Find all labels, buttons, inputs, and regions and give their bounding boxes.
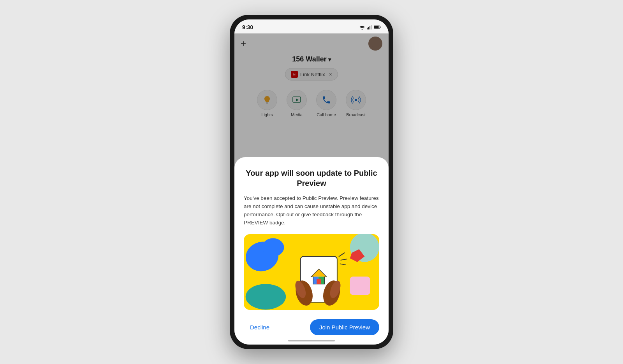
wifi-icon (359, 25, 365, 30)
svg-rect-2 (368, 27, 369, 29)
app-content: + 156 Waller ▾ (234, 33, 389, 345)
sheet-body: You've been accepted to Public Preview. … (244, 194, 379, 227)
svg-point-20 (246, 284, 286, 310)
svg-rect-7 (374, 26, 379, 28)
signal-icon (367, 25, 372, 30)
illustration (244, 234, 379, 310)
svg-rect-1 (367, 28, 368, 29)
phone-frame: 9:30 (230, 15, 393, 349)
svg-point-0 (362, 29, 363, 30)
phone-screen: 9:30 (234, 19, 389, 345)
svg-rect-19 (350, 276, 370, 295)
svg-rect-26 (317, 279, 321, 284)
svg-rect-6 (380, 26, 380, 28)
home-indicator (288, 340, 335, 341)
illustration-svg (244, 234, 379, 310)
svg-point-16 (262, 238, 284, 257)
svg-rect-3 (370, 26, 370, 29)
status-icons (359, 25, 381, 30)
svg-rect-4 (371, 25, 372, 30)
join-button[interactable]: Join Public Preview (310, 319, 379, 335)
status-time: 9:30 (242, 24, 253, 30)
bottom-sheet: Your app will soon update to Public Prev… (234, 157, 389, 345)
sheet-buttons: Decline Join Public Preview (244, 319, 379, 335)
status-bar: 9:30 (234, 19, 389, 33)
battery-icon (374, 25, 381, 30)
decline-button[interactable]: Decline (244, 321, 276, 334)
sheet-title: Your app will soon update to Public Prev… (244, 168, 379, 188)
